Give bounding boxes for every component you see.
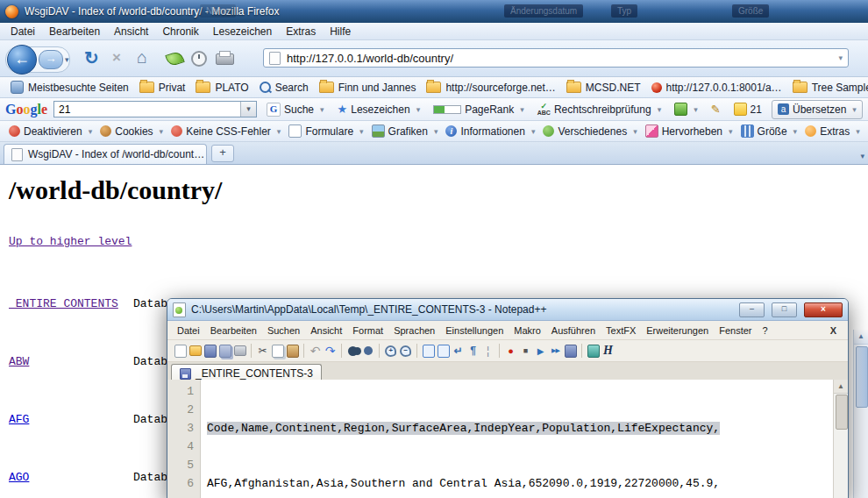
bookmark-meistbesuchte[interactable]: Meistbesuchte Seiten: [5, 79, 134, 96]
bookmark-sourceforge[interactable]: http://sourceforge.net…: [421, 80, 560, 96]
bookmark-tree-samples[interactable]: Tree Samples: [787, 80, 868, 96]
play-macro-icon[interactable]: ▶: [533, 344, 548, 358]
np-menu-help[interactable]: ?: [757, 325, 772, 336]
save-macro-icon[interactable]: [563, 344, 578, 358]
open-folder-icon[interactable]: [188, 344, 203, 358]
webdev-quelltext[interactable]: Quellte: [864, 125, 868, 138]
google-search-button[interactable]: GSuche: [263, 102, 328, 117]
entire-contents-link[interactable]: ENTIRE CONTENTS: [9, 297, 118, 310]
scroll-up-icon[interactable]: ▲: [854, 330, 868, 345]
print-icon[interactable]: [232, 344, 247, 358]
find-icon[interactable]: [345, 344, 360, 358]
pagerank-widget[interactable]: PageRank: [430, 103, 528, 117]
menu-datei[interactable]: Datei: [4, 25, 42, 38]
save-all-icon[interactable]: [217, 344, 232, 358]
webdev-verschiedenes[interactable]: Verschiedenes: [539, 125, 640, 138]
spellcheck-button[interactable]: ✓ABCRechtschreibprüfung: [534, 103, 665, 117]
copy-icon[interactable]: [270, 344, 285, 358]
bookmark-localhost-8001[interactable]: http://127.0.0.1:8001/a…: [646, 80, 787, 96]
forward-button[interactable]: →: [39, 50, 63, 69]
np-menu-ansicht[interactable]: Ansicht: [305, 325, 347, 336]
np-menu-makro[interactable]: Makro: [509, 325, 546, 336]
webdev-cookies[interactable]: Cookies: [96, 125, 167, 138]
bookmark-mcsd[interactable]: MCSD.NET: [561, 80, 646, 96]
webdev-deaktivieren[interactable]: Deaktivieren: [5, 125, 96, 138]
location-bar[interactable]: http://127.0.0.1/world-db/country/ ▾: [263, 48, 849, 68]
webdev-formulare[interactable]: Formulare: [285, 125, 366, 138]
zoom-out-icon[interactable]: −: [398, 344, 413, 358]
np-menu-sprachen[interactable]: Sprachen: [388, 325, 440, 336]
home-button[interactable]: ⌂: [137, 47, 147, 68]
zoom-in-icon[interactable]: +: [383, 344, 398, 358]
np-menu-bearbeiten[interactable]: Bearbeiten: [205, 325, 262, 336]
reload-button[interactable]: ↻: [84, 47, 99, 68]
url-dropdown-icon[interactable]: ▾: [838, 53, 843, 62]
bookmark-search[interactable]: Search: [254, 80, 314, 96]
html-preview-icon[interactable]: H: [601, 344, 615, 358]
up-to-higher-level-link[interactable]: Up to higher level: [9, 235, 132, 248]
menu-lesezeichen[interactable]: Lesezeichen: [206, 25, 279, 38]
np-menu-einstellungen[interactable]: Einstellungen: [440, 325, 509, 336]
menu-ansicht[interactable]: Ansicht: [107, 25, 155, 38]
bookmark-plato[interactable]: PLATO: [190, 80, 253, 96]
undo-icon[interactable]: ↶: [308, 344, 323, 358]
url-text[interactable]: http://127.0.0.1/world-db/country/: [287, 52, 838, 65]
redo-icon[interactable]: ↷: [323, 344, 338, 358]
firefox-titlebar[interactable]: WsgiDAV - Index of /world-db/country/ - …: [0, 0, 868, 23]
webdev-css[interactable]: Keine CSS-Fehler: [167, 125, 284, 138]
np-menu-ausfuehren[interactable]: Ausführen: [546, 325, 601, 336]
back-button[interactable]: ←: [7, 45, 37, 75]
np-menu-fenster[interactable]: Fenster: [714, 325, 757, 336]
np-menu-textfx[interactable]: TextFX: [601, 325, 641, 336]
run-macro-multiple-icon[interactable]: ▶▶: [548, 344, 563, 358]
menu-chronik[interactable]: Chronik: [155, 25, 205, 38]
translate-button[interactable]: aÜbersetzen: [772, 100, 863, 119]
paste-icon[interactable]: [285, 344, 300, 358]
sync-view-2-icon[interactable]: [436, 344, 451, 358]
highlight-counter[interactable]: 21: [730, 102, 765, 117]
np-menu-format[interactable]: Format: [347, 325, 388, 336]
webdev-extras[interactable]: Extras: [801, 125, 864, 138]
bookmark-privat[interactable]: Privat: [134, 80, 191, 96]
printer-icon[interactable]: [216, 53, 234, 65]
clock-icon[interactable]: [191, 51, 207, 67]
close-button[interactable]: ×: [804, 302, 843, 317]
new-tab-button[interactable]: +: [211, 145, 234, 162]
menu-bearbeiten[interactable]: Bearbeiten: [42, 25, 107, 38]
maximize-button[interactable]: □: [772, 302, 797, 317]
google-bookmarks-button[interactable]: ★Lesezeichen: [334, 102, 424, 117]
stop-macro-icon[interactable]: ■: [518, 344, 533, 358]
history-dropdown-icon[interactable]: ▾: [65, 55, 69, 64]
record-link-afg[interactable]: AFG: [9, 413, 29, 426]
record-link-ago[interactable]: AGO: [9, 471, 29, 484]
google-search-value[interactable]: 21: [54, 103, 240, 116]
np-menu-suchen[interactable]: Suchen: [262, 325, 305, 336]
show-symbols-icon[interactable]: ¶: [466, 344, 480, 358]
scrollbar-thumb[interactable]: [836, 395, 848, 430]
save-icon[interactable]: [203, 344, 217, 358]
scrollbar-thumb[interactable]: [856, 346, 868, 408]
sync-view-icon[interactable]: [421, 344, 436, 358]
google-search-dropdown-icon[interactable]: ▾: [240, 102, 256, 117]
list-tabs-icon[interactable]: ▾: [860, 152, 864, 160]
send-to-button[interactable]: [671, 102, 701, 117]
indent-guide-icon[interactable]: ¦: [480, 344, 495, 358]
np-menu-datei[interactable]: Datei: [172, 325, 205, 336]
new-file-icon[interactable]: [173, 344, 188, 358]
minimize-button[interactable]: ‒: [739, 302, 765, 317]
webdev-grafiken[interactable]: Grafiken: [368, 125, 442, 138]
cut-icon[interactable]: ✂: [255, 344, 270, 358]
webdev-hervorheben[interactable]: Hervorheben: [642, 125, 736, 138]
scroll-up-icon[interactable]: ▲: [834, 380, 848, 394]
webdev-groesse[interactable]: Größe: [737, 125, 801, 138]
menu-extras[interactable]: Extras: [279, 25, 323, 38]
autofill-button[interactable]: ✎: [708, 102, 724, 117]
page-scrollbar[interactable]: ▲: [853, 330, 868, 498]
editor-text-area[interactable]: Code,Name,Continent,Region,SurfaceArea,I…: [201, 380, 848, 498]
replace-icon[interactable]: [360, 344, 375, 358]
tab-wsgidav[interactable]: WsgiDAV - Index of /world-db/count…: [4, 144, 207, 164]
google-search-box[interactable]: 21 ▾: [53, 101, 257, 117]
notepad-editor[interactable]: 1 2 3 4 5 6 Code,Name,Continent,Region,S…: [167, 380, 848, 498]
record-macro-icon[interactable]: ●: [503, 344, 518, 358]
launch-icon[interactable]: [586, 344, 601, 358]
